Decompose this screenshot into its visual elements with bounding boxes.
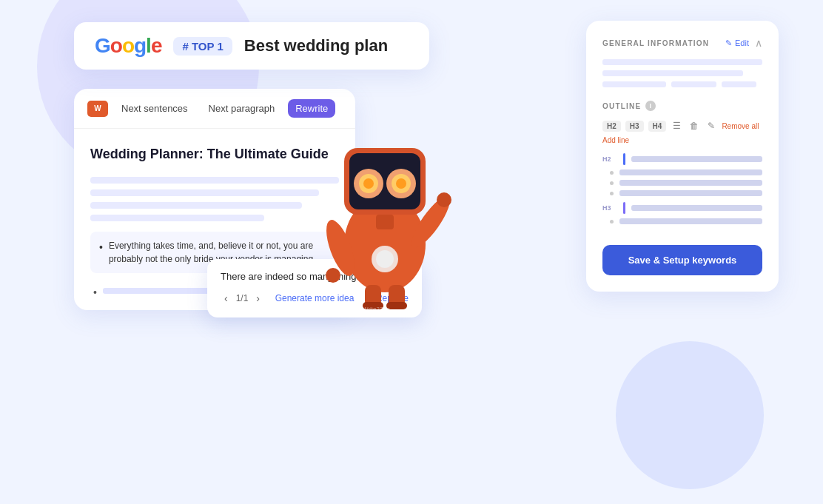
toolbar-brand-icon: W bbox=[87, 101, 108, 117]
outline-h2-item-1: H2 bbox=[602, 153, 762, 165]
prev-suggestion-button[interactable]: ‹ bbox=[221, 291, 232, 306]
next-sentences-button[interactable]: Next sentences bbox=[114, 99, 195, 118]
bg-blob-2 bbox=[616, 341, 764, 489]
outline-section: OUTLINE i H2 H3 H4 ☰ 🗑 ✎ Remove all Add … bbox=[602, 101, 762, 224]
svg-point-8 bbox=[396, 178, 406, 189]
list-icon-button[interactable]: ☰ bbox=[671, 120, 683, 132]
h3-bar bbox=[623, 202, 625, 214]
bullet-dot-1 bbox=[610, 171, 614, 175]
edit-icon: ✎ bbox=[725, 38, 732, 48]
delete-icon-button[interactable]: 🗑 bbox=[688, 120, 701, 132]
right-panel: GENERAL INFORMATION ✎ Edit ∧ OUTLINE i bbox=[586, 21, 779, 292]
suggestion-nav: ‹ 1/1 › bbox=[221, 291, 263, 306]
outline-bullet-3 bbox=[610, 190, 762, 196]
outline-info-icon: i bbox=[645, 101, 656, 111]
svg-point-15 bbox=[437, 192, 451, 207]
h4-tag[interactable]: H4 bbox=[648, 121, 667, 132]
gen-ph-1 bbox=[602, 59, 762, 65]
outline-bullet-line-2 bbox=[619, 180, 762, 186]
google-logo: Google bbox=[95, 36, 161, 56]
outline-bullet-line-1 bbox=[619, 169, 762, 175]
extra-bullet-icon: • bbox=[93, 286, 97, 298]
svg-rect-9 bbox=[376, 215, 394, 229]
remove-all-button[interactable]: Remove all bbox=[722, 122, 759, 130]
outline-bullet-line-3 bbox=[619, 190, 762, 196]
outline-bullet-1 bbox=[610, 169, 762, 175]
placeholder-line-3 bbox=[90, 202, 302, 209]
collapse-button[interactable]: ∧ bbox=[755, 37, 762, 49]
outline-bullet-4 bbox=[610, 218, 762, 224]
outline-toolbar: H2 H3 H4 ☰ 🗑 ✎ Remove all Add line bbox=[602, 120, 762, 144]
h3-tag[interactable]: H3 bbox=[625, 121, 644, 132]
h2-bar bbox=[623, 153, 625, 165]
add-line-button[interactable]: Add line bbox=[602, 136, 629, 144]
h2-label: H2 bbox=[602, 155, 617, 163]
google-card: Google # TOP 1 Best wedding plan bbox=[74, 22, 429, 70]
svg-point-11 bbox=[376, 250, 394, 268]
h2-tag[interactable]: H2 bbox=[602, 121, 621, 132]
outline-bullet-2 bbox=[610, 180, 762, 186]
bullet-dot-2 bbox=[610, 181, 614, 185]
svg-point-13 bbox=[326, 268, 340, 283]
outline-header: OUTLINE i bbox=[602, 101, 762, 111]
outline-bullet-line-4 bbox=[619, 218, 762, 224]
bullet-dot-3 bbox=[610, 192, 614, 195]
bullet-icon: • bbox=[99, 240, 103, 266]
robot-container: Write2Zen bbox=[289, 74, 481, 311]
general-info-header: GENERAL INFORMATION ✎ Edit ∧ bbox=[602, 37, 762, 49]
scene: Google # TOP 1 Best wedding plan W Next … bbox=[0, 0, 823, 504]
robot-illustration: Write2Zen bbox=[289, 74, 481, 311]
google-card-title: Best wedding plan bbox=[244, 36, 388, 56]
edit-icon-button[interactable]: ✎ bbox=[705, 120, 717, 132]
save-keywords-button[interactable]: Save & Setup keywords bbox=[602, 245, 762, 275]
gen-ph-2 bbox=[602, 70, 743, 76]
svg-point-7 bbox=[363, 178, 374, 189]
svg-text:Write2Zen: Write2Zen bbox=[363, 306, 390, 311]
gen-ph-3a bbox=[602, 81, 666, 87]
bullet-dot-4 bbox=[610, 220, 614, 224]
outline-line-2 bbox=[631, 205, 762, 211]
suggestion-counter: 1/1 bbox=[236, 293, 249, 303]
top-badge: # TOP 1 bbox=[173, 37, 232, 56]
outline-h3-item-1: H3 bbox=[602, 202, 762, 214]
placeholder-line-4 bbox=[90, 215, 264, 221]
outline-line-1 bbox=[631, 156, 762, 162]
gen-ph-3c bbox=[722, 81, 757, 87]
placeholder-line-2 bbox=[90, 189, 319, 196]
next-suggestion-button[interactable]: › bbox=[252, 291, 263, 306]
next-paragraph-button[interactable]: Next paragraph bbox=[201, 99, 283, 118]
edit-button[interactable]: ✎ Edit bbox=[725, 38, 749, 48]
gen-ph-3b bbox=[671, 81, 716, 87]
h3-label: H3 bbox=[602, 204, 617, 212]
